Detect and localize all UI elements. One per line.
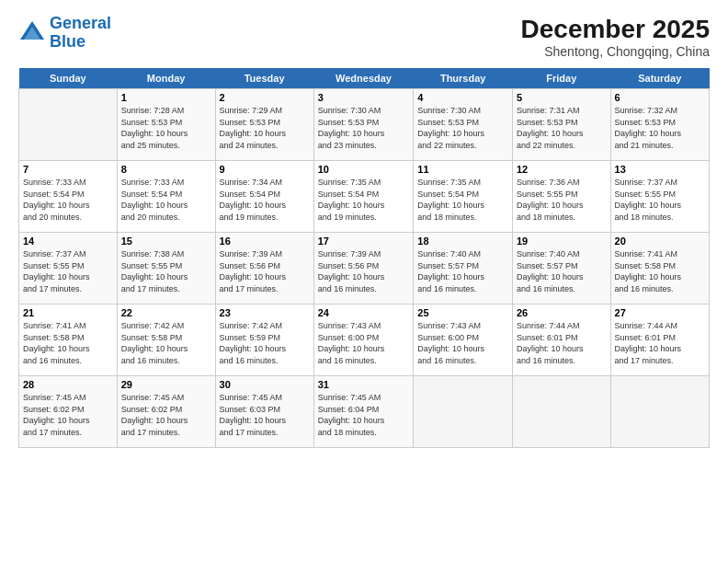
day-info-2: Sunrise: 7:29 AM Sunset: 5:53 PM Dayligh…: [220, 105, 310, 151]
logo-text: General Blue: [50, 15, 111, 52]
day-number-27: 27: [615, 307, 705, 318]
cell-w5-d2: 30Sunrise: 7:45 AM Sunset: 6:03 PM Dayli…: [215, 376, 313, 448]
day-number-19: 19: [517, 236, 607, 247]
col-friday: Friday: [512, 68, 610, 89]
cell-w1-d0: [19, 89, 118, 161]
col-tuesday: Tuesday: [215, 68, 313, 89]
day-info-26: Sunrise: 7:44 AM Sunset: 6:01 PM Dayligh…: [517, 320, 607, 366]
cell-w3-d6: 20Sunrise: 7:41 AM Sunset: 5:58 PM Dayli…: [610, 233, 709, 304]
cell-w1-d2: 2Sunrise: 7:29 AM Sunset: 5:53 PM Daylig…: [215, 89, 313, 161]
logo-icon: [18, 19, 46, 47]
day-info-7: Sunrise: 7:33 AM Sunset: 5:54 PM Dayligh…: [23, 177, 113, 223]
cell-w1-d4: 4Sunrise: 7:30 AM Sunset: 5:53 PM Daylig…: [414, 89, 513, 161]
day-info-1: Sunrise: 7:28 AM Sunset: 5:53 PM Dayligh…: [121, 105, 211, 151]
day-info-3: Sunrise: 7:30 AM Sunset: 5:53 PM Dayligh…: [318, 105, 410, 151]
cell-w5-d5: [512, 376, 610, 448]
cell-w2-d0: 7Sunrise: 7:33 AM Sunset: 5:54 PM Daylig…: [19, 161, 118, 233]
day-number-29: 29: [121, 379, 211, 390]
day-info-14: Sunrise: 7:37 AM Sunset: 5:55 PM Dayligh…: [23, 248, 113, 294]
day-info-29: Sunrise: 7:45 AM Sunset: 6:02 PM Dayligh…: [121, 392, 211, 438]
col-monday: Monday: [117, 68, 215, 89]
day-number-22: 22: [121, 307, 211, 318]
day-number-3: 3: [318, 92, 410, 103]
cell-w1-d3: 3Sunrise: 7:30 AM Sunset: 5:53 PM Daylig…: [313, 89, 414, 161]
cell-w4-d2: 23Sunrise: 7:42 AM Sunset: 5:59 PM Dayli…: [215, 304, 313, 376]
day-number-23: 23: [220, 307, 310, 318]
cell-w1-d6: 6Sunrise: 7:32 AM Sunset: 5:53 PM Daylig…: [610, 89, 709, 161]
day-number-24: 24: [318, 307, 410, 318]
cell-w4-d6: 27Sunrise: 7:44 AM Sunset: 6:01 PM Dayli…: [610, 304, 709, 376]
col-thursday: Thursday: [414, 68, 513, 89]
day-info-13: Sunrise: 7:37 AM Sunset: 5:55 PM Dayligh…: [615, 177, 705, 223]
day-number-7: 7: [23, 164, 113, 175]
cell-w5-d4: [414, 376, 513, 448]
day-info-28: Sunrise: 7:45 AM Sunset: 6:02 PM Dayligh…: [23, 392, 113, 438]
cell-w1-d5: 5Sunrise: 7:31 AM Sunset: 5:53 PM Daylig…: [512, 89, 610, 161]
cell-w4-d0: 21Sunrise: 7:41 AM Sunset: 5:58 PM Dayli…: [19, 304, 118, 376]
day-info-12: Sunrise: 7:36 AM Sunset: 5:55 PM Dayligh…: [517, 177, 607, 223]
day-number-4: 4: [417, 92, 508, 103]
day-number-25: 25: [417, 307, 508, 318]
day-info-25: Sunrise: 7:43 AM Sunset: 6:00 PM Dayligh…: [417, 320, 508, 366]
day-number-15: 15: [121, 236, 211, 247]
cell-w5-d1: 29Sunrise: 7:45 AM Sunset: 6:02 PM Dayli…: [117, 376, 215, 448]
col-wednesday: Wednesday: [313, 68, 414, 89]
week-row-3: 14Sunrise: 7:37 AM Sunset: 5:55 PM Dayli…: [19, 233, 710, 304]
calendar-table: Sunday Monday Tuesday Wednesday Thursday…: [18, 68, 710, 448]
day-number-11: 11: [417, 164, 508, 175]
cell-w3-d1: 15Sunrise: 7:38 AM Sunset: 5:55 PM Dayli…: [117, 233, 215, 304]
cell-w3-d2: 16Sunrise: 7:39 AM Sunset: 5:56 PM Dayli…: [215, 233, 313, 304]
day-number-21: 21: [23, 307, 113, 318]
header: General Blue December 2025 Shentong, Cho…: [18, 15, 710, 59]
cell-w2-d3: 10Sunrise: 7:35 AM Sunset: 5:54 PM Dayli…: [313, 161, 414, 233]
cell-w2-d5: 12Sunrise: 7:36 AM Sunset: 5:55 PM Dayli…: [512, 161, 610, 233]
day-number-20: 20: [615, 236, 705, 247]
day-number-10: 10: [318, 164, 410, 175]
day-info-22: Sunrise: 7:42 AM Sunset: 5:58 PM Dayligh…: [121, 320, 211, 366]
cell-w3-d0: 14Sunrise: 7:37 AM Sunset: 5:55 PM Dayli…: [19, 233, 118, 304]
day-number-18: 18: [417, 236, 508, 247]
day-number-2: 2: [220, 92, 310, 103]
cell-w3-d3: 17Sunrise: 7:39 AM Sunset: 5:56 PM Dayli…: [313, 233, 414, 304]
day-info-24: Sunrise: 7:43 AM Sunset: 6:00 PM Dayligh…: [318, 320, 410, 366]
day-info-5: Sunrise: 7:31 AM Sunset: 5:53 PM Dayligh…: [517, 105, 607, 151]
day-info-21: Sunrise: 7:41 AM Sunset: 5:58 PM Dayligh…: [23, 320, 113, 366]
page: General Blue December 2025 Shentong, Cho…: [0, 0, 728, 563]
cell-w5-d0: 28Sunrise: 7:45 AM Sunset: 6:02 PM Dayli…: [19, 376, 118, 448]
day-info-6: Sunrise: 7:32 AM Sunset: 5:53 PM Dayligh…: [615, 105, 705, 151]
day-info-4: Sunrise: 7:30 AM Sunset: 5:53 PM Dayligh…: [417, 105, 508, 151]
cell-w5-d6: [610, 376, 709, 448]
day-info-17: Sunrise: 7:39 AM Sunset: 5:56 PM Dayligh…: [318, 248, 410, 294]
day-number-9: 9: [220, 164, 310, 175]
cell-w2-d2: 9Sunrise: 7:34 AM Sunset: 5:54 PM Daylig…: [215, 161, 313, 233]
cell-w2-d1: 8Sunrise: 7:33 AM Sunset: 5:54 PM Daylig…: [117, 161, 215, 233]
cell-w1-d1: 1Sunrise: 7:28 AM Sunset: 5:53 PM Daylig…: [117, 89, 215, 161]
day-number-12: 12: [517, 164, 607, 175]
day-info-27: Sunrise: 7:44 AM Sunset: 6:01 PM Dayligh…: [615, 320, 705, 366]
day-info-30: Sunrise: 7:45 AM Sunset: 6:03 PM Dayligh…: [220, 392, 310, 438]
day-number-26: 26: [517, 307, 607, 318]
week-row-1: 1Sunrise: 7:28 AM Sunset: 5:53 PM Daylig…: [19, 89, 710, 161]
day-info-23: Sunrise: 7:42 AM Sunset: 5:59 PM Dayligh…: [220, 320, 310, 366]
week-row-4: 21Sunrise: 7:41 AM Sunset: 5:58 PM Dayli…: [19, 304, 710, 376]
cell-w4-d5: 26Sunrise: 7:44 AM Sunset: 6:01 PM Dayli…: [512, 304, 610, 376]
col-sunday: Sunday: [19, 68, 118, 89]
day-number-28: 28: [23, 379, 113, 390]
col-saturday: Saturday: [610, 68, 709, 89]
cell-w2-d6: 13Sunrise: 7:37 AM Sunset: 5:55 PM Dayli…: [610, 161, 709, 233]
day-info-19: Sunrise: 7:40 AM Sunset: 5:57 PM Dayligh…: [517, 248, 607, 294]
day-number-30: 30: [220, 379, 310, 390]
cell-w4-d3: 24Sunrise: 7:43 AM Sunset: 6:00 PM Dayli…: [313, 304, 414, 376]
cell-w5-d3: 31Sunrise: 7:45 AM Sunset: 6:04 PM Dayli…: [313, 376, 414, 448]
day-info-8: Sunrise: 7:33 AM Sunset: 5:54 PM Dayligh…: [121, 177, 211, 223]
cell-w3-d5: 19Sunrise: 7:40 AM Sunset: 5:57 PM Dayli…: [512, 233, 610, 304]
week-row-2: 7Sunrise: 7:33 AM Sunset: 5:54 PM Daylig…: [19, 161, 710, 233]
logo-line2: Blue: [50, 32, 85, 51]
day-number-13: 13: [615, 164, 705, 175]
day-info-20: Sunrise: 7:41 AM Sunset: 5:58 PM Dayligh…: [615, 248, 705, 294]
calendar-body: 1Sunrise: 7:28 AM Sunset: 5:53 PM Daylig…: [19, 89, 710, 448]
main-title: December 2025: [521, 15, 710, 44]
day-info-18: Sunrise: 7:40 AM Sunset: 5:57 PM Dayligh…: [417, 248, 508, 294]
day-info-9: Sunrise: 7:34 AM Sunset: 5:54 PM Dayligh…: [220, 177, 310, 223]
day-info-16: Sunrise: 7:39 AM Sunset: 5:56 PM Dayligh…: [220, 248, 310, 294]
